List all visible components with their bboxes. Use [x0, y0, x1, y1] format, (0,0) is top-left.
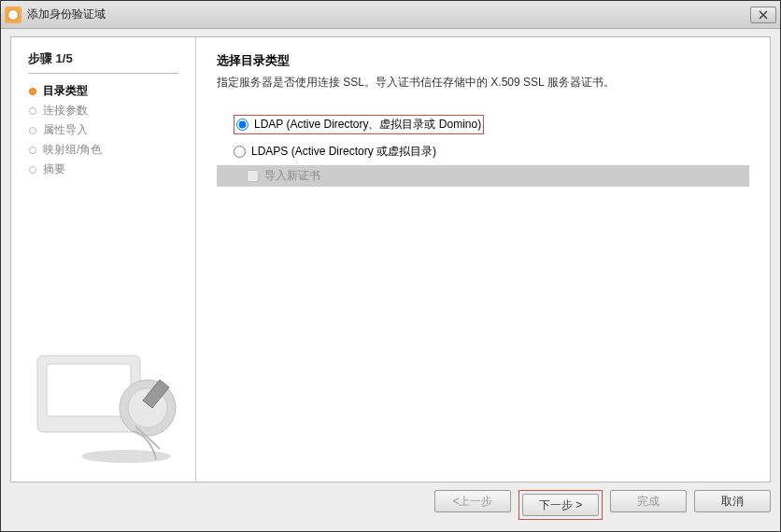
import-cert-row: 导入新证书: [217, 165, 749, 187]
close-button[interactable]: [750, 7, 776, 23]
sidebar: 步骤 1/5 目录类型 连接参数 属性导入 映射组/角色: [11, 37, 196, 482]
step-label: 映射组/角色: [43, 142, 102, 158]
button-bar: <上一步 下一步 > 完成 取消: [10, 490, 771, 520]
dialog-title: 添加身份验证域: [27, 7, 106, 22]
back-label: <上一步: [452, 494, 492, 510]
import-cert-checkbox: [247, 170, 259, 182]
page-title: 选择目录类型: [217, 52, 749, 69]
step-label: 目录类型: [43, 83, 88, 99]
bullet-icon: [28, 146, 37, 155]
bullet-icon: [28, 126, 37, 135]
step-item-directory-type: 目录类型: [28, 83, 178, 99]
svg-point-4: [81, 450, 171, 463]
step-list: 目录类型 连接参数 属性导入 映射组/角色 摘要: [28, 83, 178, 177]
step-item-mapping: 映射组/角色: [28, 142, 178, 158]
divider: [28, 73, 178, 74]
finish-button[interactable]: 完成: [610, 490, 687, 512]
import-cert-label: 导入新证书: [264, 168, 320, 184]
step-counter: 步骤 1/5: [28, 50, 178, 67]
back-button[interactable]: <上一步: [434, 490, 511, 512]
cancel-label: 取消: [721, 494, 744, 510]
bullet-icon: [28, 165, 37, 175]
step-item-connection: 连接参数: [28, 103, 178, 119]
option-ldaps[interactable]: LDAPS (Active Directory 或虚拟目录): [217, 142, 749, 161]
wizard-dialog: 添加身份验证域 步骤 1/5 目录类型 连接参数 属性导入: [0, 0, 781, 532]
bullet-icon: [28, 106, 37, 116]
main-panel: 选择目录类型 指定服务器是否使用连接 SSL。导入证书信任存储中的 X.509 …: [196, 37, 770, 482]
close-icon: [759, 10, 768, 20]
ldaps-radio[interactable]: [234, 146, 246, 158]
ldap-label: LDAP (Active Directory、虚拟目录或 Domino): [254, 117, 481, 133]
svg-rect-1: [47, 364, 131, 416]
step-label: 摘要: [43, 161, 65, 177]
finish-label: 完成: [637, 494, 660, 510]
page-description: 指定服务器是否使用连接 SSL。导入证书信任存储中的 X.509 SSL 服务器…: [217, 75, 749, 91]
next-highlight: 下一步 >: [518, 490, 603, 520]
step-label: 连接参数: [43, 103, 88, 119]
content-area: 步骤 1/5 目录类型 连接参数 属性导入 映射组/角色: [10, 36, 771, 483]
ldaps-label: LDAPS (Active Directory 或虚拟目录): [251, 144, 436, 160]
cancel-button[interactable]: 取消: [694, 490, 771, 512]
wizard-decor-icon: [28, 341, 182, 467]
titlebar: 添加身份验证域: [1, 1, 780, 29]
step-item-attributes: 属性导入: [28, 122, 178, 138]
step-label: 属性导入: [43, 122, 88, 138]
bullet-icon: [28, 87, 37, 96]
step-item-summary: 摘要: [28, 161, 178, 177]
option-ldap[interactable]: LDAP (Active Directory、虚拟目录或 Domino): [217, 113, 749, 136]
option-highlight: LDAP (Active Directory、虚拟目录或 Domino): [234, 115, 484, 134]
next-button[interactable]: 下一步 >: [522, 494, 599, 516]
next-label: 下一步 >: [539, 497, 582, 513]
ldap-radio[interactable]: [236, 119, 248, 131]
app-icon: [5, 7, 21, 23]
